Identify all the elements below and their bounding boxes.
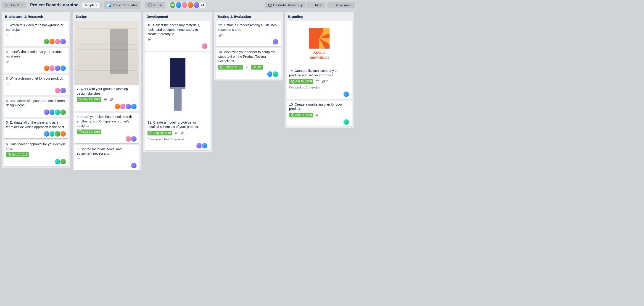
card-title: 9. List the materials, tools, and equipm… <box>77 147 137 156</box>
card[interactable]: 3. Write a design brief for your product… <box>4 75 68 95</box>
avatar[interactable] <box>202 143 208 149</box>
logo-text: ApollicInnovations <box>310 50 329 60</box>
list-title[interactable]: Design <box>74 14 139 19</box>
card[interactable]: 7. Work with your group to develop desig… <box>74 21 139 111</box>
card-title: 6. Gain teacher approval for your design… <box>6 142 66 151</box>
visibility-button[interactable]: Public <box>145 1 166 8</box>
card[interactable]: 2. Identify the criteria that your produ… <box>4 48 68 73</box>
description-badge <box>245 65 249 69</box>
avatar[interactable] <box>131 162 137 169</box>
attachment-count: 2 <box>326 79 328 83</box>
card[interactable]: 15. Create a marketing plan for your pro… <box>287 101 352 127</box>
divider <box>143 3 143 7</box>
card[interactable]: 4. Brainstorm with your partners differe… <box>4 97 68 117</box>
card-cover-image: ApollicInnovations <box>287 21 352 67</box>
card[interactable]: 12. Obtain a Product Testing Guidelines … <box>216 21 281 46</box>
list-title[interactable]: Testing & Evaluation <box>216 14 281 19</box>
list[interactable]: Testing & Evaluation12. Obtain a Product… <box>214 12 283 80</box>
card[interactable]: 6. Gain teacher approval for your design… <box>4 140 68 166</box>
card-members <box>126 136 137 142</box>
card[interactable]: 9. List the materials, tools, and equipm… <box>74 145 139 170</box>
clock-icon <box>78 130 82 134</box>
card[interactable]: 10. Collect the necessary materials, too… <box>145 21 210 51</box>
due-date-text: Jan 24, 2020 <box>295 113 312 117</box>
card[interactable]: 11. Create a model, prototype, or detail… <box>145 52 210 151</box>
avatar[interactable] <box>272 38 278 45</box>
template-badge[interactable]: Template <box>82 2 99 8</box>
card[interactable]: 8. Share your sketches or outline with a… <box>74 113 139 144</box>
due-date-badge[interactable]: Sep 30, 2019 <box>148 131 172 136</box>
avatar[interactable] <box>131 136 137 142</box>
attachment-badge: 2 <box>322 79 328 83</box>
board-title[interactable]: Project Based Learning <box>28 1 81 8</box>
card-members <box>55 87 66 94</box>
card-cover-image <box>74 21 139 85</box>
list[interactable]: BrandingApollicInnovations14. Create a f… <box>285 12 354 128</box>
clock-icon <box>8 153 11 157</box>
description-icon <box>148 38 151 41</box>
checklist-icon <box>253 65 256 69</box>
due-date-badge[interactable]: Sep 13, 2019 <box>77 97 102 102</box>
card[interactable]: ApollicInnovations14. Create a fictional… <box>287 21 352 99</box>
list-title[interactable]: Brainstorm & Research <box>4 14 68 19</box>
avatar[interactable] <box>272 71 278 77</box>
card-cover-image <box>145 52 210 119</box>
view-switcher[interactable]: Board <box>2 2 26 8</box>
avatar[interactable] <box>60 65 66 71</box>
avatar[interactable] <box>60 38 66 45</box>
list[interactable]: Design7. Work with your group to develop… <box>72 12 141 170</box>
show-menu-button[interactable]: Show menu <box>327 2 355 8</box>
card-members <box>344 91 350 97</box>
card-title: 7. Work with your group to develop desig… <box>77 87 137 96</box>
description-icon <box>6 60 10 64</box>
svg-point-10 <box>330 5 331 5</box>
description-badge <box>6 60 10 64</box>
card-title: 10. Collect the necessary materials, too… <box>148 23 208 36</box>
list-title[interactable]: Development <box>145 14 210 19</box>
svg-rect-2 <box>7 4 8 5</box>
avatar[interactable] <box>131 103 137 110</box>
due-date-badge[interactable]: Jan 24, 2020 <box>289 113 313 117</box>
checklist-badge: 4/4 <box>251 65 263 70</box>
card-members <box>344 119 350 125</box>
avatar[interactable] <box>60 131 66 137</box>
avatar[interactable] <box>202 43 208 49</box>
card-title: 12. Obtain a Product Testing Guidelines … <box>218 23 278 32</box>
description-badge <box>316 113 319 117</box>
attachment-count: 1 <box>185 131 186 135</box>
due-date-text: Jan 15, 2020 <box>295 79 312 83</box>
card[interactable]: 5. Evaluate all of the ideas and as a te… <box>4 119 68 139</box>
calendar-button[interactable]: Calendar Power-Up <box>265 2 306 8</box>
list-title[interactable]: Branding <box>287 14 352 19</box>
avatar[interactable] <box>343 91 350 97</box>
svg-rect-3 <box>268 4 271 6</box>
list[interactable]: Development10. Collect the necessary mat… <box>144 12 212 152</box>
card-title: 14. Create a fictional company to produc… <box>289 69 350 78</box>
board-canvas[interactable]: Brainstorm & Research1. Watch this video… <box>0 10 357 170</box>
card-members <box>44 65 66 71</box>
card[interactable]: 13. Work with your partner to complete s… <box>216 48 281 79</box>
avatar[interactable] <box>60 87 66 94</box>
chevron-down-icon <box>20 3 24 7</box>
filter-label: Filter <box>315 3 322 7</box>
avatar-overflow[interactable]: +4 <box>199 1 206 8</box>
card-members <box>197 143 208 149</box>
due-date-badge[interactable]: Dec 20, 2019 <box>218 65 243 70</box>
due-date-badge[interactable]: Sep 17, 2019 <box>77 130 102 134</box>
team-name: Trello Templates <box>112 3 138 7</box>
description-badge <box>6 33 10 37</box>
due-date-badge[interactable]: Sep 2, 2019 <box>6 152 29 157</box>
due-date-badge[interactable]: Jan 15, 2020 <box>289 79 313 84</box>
completion-text: Completion: Completed <box>289 86 350 90</box>
team-button[interactable]: Trello Templates <box>104 1 140 9</box>
avatar[interactable] <box>343 119 350 125</box>
avatar[interactable] <box>60 109 66 115</box>
header-members[interactable]: BC +4 <box>170 1 206 8</box>
avatar[interactable] <box>60 158 66 165</box>
description-icon <box>174 131 178 135</box>
list[interactable]: Brainstorm & Research1. Watch this video… <box>2 12 70 168</box>
card[interactable]: 1. Watch this video for a background of … <box>4 21 68 46</box>
filter-button[interactable]: Filter <box>307 2 325 8</box>
svg-rect-0 <box>5 4 6 6</box>
card-members <box>268 71 278 77</box>
